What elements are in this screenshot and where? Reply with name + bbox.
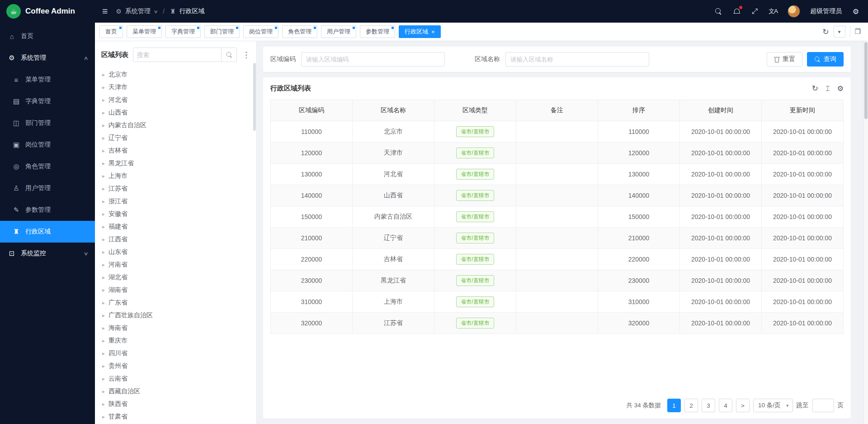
region-name-input[interactable] <box>505 52 649 67</box>
table-row[interactable]: 130000 河北省 省市/直辖市 130000 2020-10-01 00:0… <box>271 164 844 185</box>
sidebar-subitem[interactable]: 菜单管理 <box>0 69 95 91</box>
tree-item[interactable]: 辽宁省 <box>95 132 256 144</box>
density-icon[interactable] <box>826 85 830 93</box>
tree-search-input[interactable] <box>133 52 221 58</box>
sidebar-subitem[interactable]: 用户管理 <box>0 177 95 199</box>
tree-item[interactable]: 吉林省 <box>95 144 256 157</box>
tree-item[interactable]: 内蒙古自治区 <box>95 119 256 132</box>
tree-item[interactable]: 四川省 <box>95 347 256 360</box>
caret-right-icon[interactable] <box>102 211 105 217</box>
table-row[interactable]: 140000 山西省 省市/直辖市 140000 2020-10-01 00:0… <box>271 185 844 206</box>
caret-right-icon[interactable] <box>102 173 105 179</box>
table-row[interactable]: 220000 吉林省 省市/直辖市 220000 2020-10-01 00:0… <box>271 249 844 270</box>
chevron-down-icon[interactable] <box>153 9 158 14</box>
caret-right-icon[interactable] <box>102 84 105 91</box>
tree-item[interactable]: 海南省 <box>95 322 256 334</box>
tree-item[interactable]: 湖北省 <box>95 271 256 284</box>
jump-page-input[interactable] <box>812 399 834 412</box>
tree-search-button[interactable] <box>221 48 236 62</box>
table-row[interactable]: 150000 内蒙古自治区 省市/直辖市 150000 2020-10-01 0… <box>271 206 844 228</box>
caret-right-icon[interactable] <box>102 312 105 319</box>
sidebar-group-monitor[interactable]: 系统监控 <box>0 243 95 264</box>
caret-right-icon[interactable] <box>102 198 105 205</box>
page-size-select[interactable]: 10 条/页 <box>753 399 793 412</box>
table-row[interactable]: 230000 黑龙江省 省市/直辖市 230000 2020-10-01 00:… <box>271 270 844 291</box>
caret-right-icon[interactable] <box>102 338 105 344</box>
bell-icon[interactable] <box>732 7 741 15</box>
next-page-button[interactable]: > <box>736 399 750 412</box>
table-row[interactable]: 110000 北京市 省市/直辖市 110000 2020-10-01 00:0… <box>271 121 844 143</box>
sidebar-group-system[interactable]: 系统管理 <box>0 47 95 69</box>
table-row[interactable]: 320000 江苏省 省市/直辖市 320000 2020-10-01 00:0… <box>271 313 844 334</box>
table-row[interactable]: 120000 天津市 省市/直辖市 120000 2020-10-01 00:0… <box>271 143 844 164</box>
caret-right-icon[interactable] <box>102 122 105 129</box>
sidebar-subitem[interactable]: 参数管理 <box>0 199 95 221</box>
page-button[interactable]: 2 <box>684 399 698 412</box>
tree-item[interactable]: 福建省 <box>95 220 256 233</box>
tree-item[interactable]: 山东省 <box>95 246 256 258</box>
caret-right-icon[interactable] <box>102 262 105 268</box>
app-logo[interactable]: Coffee Admin <box>0 0 95 23</box>
refresh-icon[interactable] <box>822 27 829 37</box>
sidebar-subitem[interactable]: 行政区域 <box>0 221 95 243</box>
tree-item[interactable]: 云南省 <box>95 372 256 385</box>
tree-item[interactable]: 江西省 <box>95 233 256 246</box>
tree-item[interactable]: 安徽省 <box>95 208 256 220</box>
caret-right-icon[interactable] <box>102 300 105 306</box>
hamburger-icon[interactable] <box>102 6 108 17</box>
search-icon[interactable] <box>714 7 722 15</box>
tab[interactable]: 菜单管理 <box>127 25 162 38</box>
sidebar-subitem[interactable]: 部门管理 <box>0 112 95 134</box>
tab-close-icon[interactable]: × <box>431 29 435 35</box>
caret-right-icon[interactable] <box>102 249 105 255</box>
caret-right-icon[interactable] <box>102 363 105 369</box>
caret-right-icon[interactable] <box>102 401 105 407</box>
region-code-input[interactable] <box>301 52 445 67</box>
tree-scrollbar-thumb[interactable] <box>253 63 256 131</box>
fullscreen-icon[interactable] <box>750 7 759 15</box>
caret-right-icon[interactable] <box>102 350 105 357</box>
tree-item[interactable]: 江苏省 <box>95 182 256 195</box>
tree-item[interactable]: 山西省 <box>95 106 256 119</box>
caret-right-icon[interactable] <box>102 135 105 141</box>
page-button[interactable]: 1 <box>667 399 681 412</box>
more-dots-icon[interactable] <box>241 50 251 60</box>
sidebar-subitem[interactable]: 角色管理 <box>0 156 95 177</box>
tree-item[interactable]: 广西壮族自治区 <box>95 309 256 322</box>
tree-item[interactable]: 广东省 <box>95 296 256 309</box>
breadcrumb-section[interactable]: 系统管理 <box>125 7 151 15</box>
tab[interactable]: 角色管理 <box>282 25 317 38</box>
tree-item[interactable]: 重庆市 <box>95 334 256 347</box>
tree-item[interactable]: 贵州省 <box>95 360 256 372</box>
tree-item[interactable]: 河北省 <box>95 94 256 106</box>
tab[interactable]: 参数管理 <box>360 25 395 38</box>
caret-right-icon[interactable] <box>102 236 105 243</box>
caret-right-icon[interactable] <box>102 274 105 281</box>
caret-right-icon[interactable] <box>102 160 105 167</box>
sidebar-subitem[interactable]: 字典管理 <box>0 91 95 112</box>
tree-item[interactable]: 陕西省 <box>95 398 256 410</box>
caret-right-icon[interactable] <box>102 388 105 395</box>
table-row[interactable]: 310000 上海市 省市/直辖市 310000 2020-10-01 00:0… <box>271 291 844 313</box>
query-button[interactable]: 查询 <box>807 52 844 67</box>
tree-item[interactable]: 甘肃省 <box>95 410 256 423</box>
tree-item[interactable]: 河南省 <box>95 258 256 271</box>
caret-right-icon[interactable] <box>102 97 105 103</box>
tab[interactable]: 岗位管理 <box>243 25 278 38</box>
table-row[interactable]: 210000 辽宁省 省市/直辖市 210000 2020-10-01 00:0… <box>271 228 844 249</box>
tree-item[interactable]: 天津市 <box>95 81 256 94</box>
window-scrollbar[interactable] <box>863 41 868 424</box>
caret-right-icon[interactable] <box>102 186 105 192</box>
settings-gear-icon[interactable] <box>852 7 860 15</box>
tree-item[interactable]: 湖南省 <box>95 284 256 296</box>
refresh-icon[interactable] <box>812 84 818 93</box>
window-scrollbar-thumb[interactable] <box>864 42 868 119</box>
tree-item[interactable]: 黑龙江省 <box>95 157 256 170</box>
avatar[interactable] <box>788 5 800 18</box>
sidebar-subitem[interactable]: 岗位管理 <box>0 134 95 156</box>
tree-item[interactable]: 北京市 <box>95 68 256 81</box>
tree-item[interactable]: 上海市 <box>95 170 256 182</box>
tab[interactable]: 部门管理 <box>204 25 240 38</box>
caret-right-icon[interactable] <box>102 148 105 154</box>
reset-button[interactable]: 重置 <box>767 52 802 67</box>
